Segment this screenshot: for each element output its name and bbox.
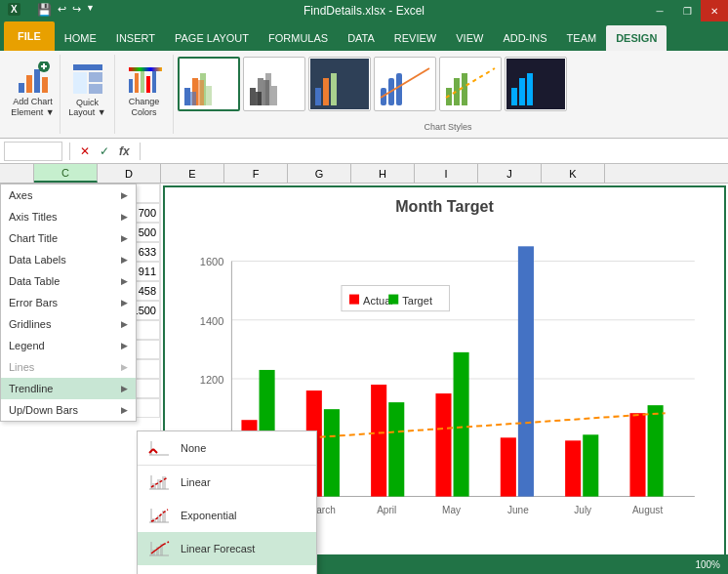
submenu-exponential[interactable]: Exponential [138,499,316,532]
svg-text:July: July [574,505,591,515]
chart-title: Month Target [395,197,494,215]
quick-layout-button[interactable]: QuickLayout ▼ [63,59,112,121]
status-zoom: 100% [695,559,720,570]
chart-title-arrow: ▶ [121,233,128,243]
chart-style-3[interactable] [308,57,371,111]
col-header-d[interactable]: D [98,164,161,183]
tab-review[interactable]: REVIEW [384,25,446,51]
svg-rect-7 [73,64,102,70]
svg-rect-94 [157,515,161,522]
customize-icon[interactable]: ▼ [85,3,96,17]
tab-home[interactable]: HOME [55,25,106,51]
svg-rect-44 [527,73,533,105]
col-header-g[interactable]: G [288,164,351,183]
menu-item-trendline[interactable]: Trendline ▶ [1,378,136,399]
svg-text:April: April [377,505,396,515]
tab-view[interactable]: VIEW [446,25,493,51]
submenu-moving-average[interactable]: Moving Average [138,565,316,574]
cancel-formula-button[interactable]: ✕ [77,144,93,158]
svg-line-36 [381,68,429,98]
menu-item-chart-title[interactable]: Chart Title ▶ [1,227,136,249]
chart-style-6[interactable] [505,57,567,111]
svg-rect-62 [501,437,516,496]
undo-icon[interactable]: ↩ [56,3,68,17]
error-bars-arrow: ▶ [121,298,128,308]
chart-elements-menu: Axes ▶ Axis Titles ▶ Chart Title ▶ Data … [0,184,137,422]
formula-input[interactable] [147,145,724,157]
chart-style-4[interactable] [374,57,436,111]
redo-icon[interactable]: ↪ [70,3,83,17]
svg-rect-66 [629,413,645,496]
data-labels-arrow: ▶ [121,255,128,265]
chart-styles-label: Chart Styles [178,122,718,132]
svg-rect-60 [435,393,451,497]
menu-item-axis-titles[interactable]: Axis Titles ▶ [1,206,136,227]
svg-rect-28 [271,86,277,105]
window-title: FindDetails.xlsx - Excel [303,4,425,18]
none-icon [147,438,171,458]
minimize-button[interactable]: ─ [646,0,673,21]
col-header-j[interactable]: J [478,164,542,183]
menu-item-data-table[interactable]: Data Table ▶ [1,270,136,292]
tab-design[interactable]: DESIGN [606,25,667,51]
ribbon-tabs: FILE HOME INSERT PAGE LAYOUT FORMULAS DA… [0,21,728,51]
submenu-linear-forecast-label: Linear Forecast [181,543,255,554]
svg-rect-15 [152,71,156,93]
svg-text:1400: 1400 [200,315,224,327]
restore-button[interactable]: ❐ [673,0,701,21]
col-header-f[interactable]: F [224,164,288,183]
menu-item-data-labels[interactable]: Data Labels ▶ [1,249,136,270]
menu-item-gridlines[interactable]: Gridlines ▶ [1,313,136,335]
chart-style-1[interactable] [178,57,240,111]
svg-rect-16 [129,67,162,71]
tab-insert[interactable]: INSERT [106,25,165,51]
svg-rect-31 [323,78,329,105]
svg-rect-23 [250,88,256,105]
svg-rect-43 [519,78,525,105]
submenu-none[interactable]: None [138,431,316,465]
col-header-e[interactable]: E [161,164,224,183]
svg-rect-22 [206,86,212,105]
quick-layout-label: QuickLayout ▼ [68,98,105,117]
save-icon[interactable]: 💾 [35,3,54,17]
menu-item-updown-bars[interactable]: Up/Down Bars ▶ [1,399,136,421]
axes-arrow: ▶ [121,190,128,200]
col-header-c[interactable]: C [34,164,98,183]
close-button[interactable]: ✕ [701,0,728,21]
svg-rect-63 [518,246,534,496]
svg-rect-13 [141,69,144,93]
data-table-arrow: ▶ [121,276,128,286]
svg-rect-59 [388,402,404,496]
svg-text:August: August [632,505,663,515]
trendline-submenu: None Linear [137,430,317,574]
submenu-linear[interactable]: Linear [138,466,316,499]
name-box[interactable] [4,142,62,161]
col-header-i[interactable]: I [415,164,478,183]
menu-item-axes[interactable]: Axes ▶ [1,184,136,206]
chart-style-5[interactable] [439,57,502,111]
svg-rect-27 [263,80,269,105]
tab-file[interactable]: FILE [4,21,55,51]
svg-rect-64 [565,440,581,496]
tab-page-layout[interactable]: PAGE LAYOUT [165,25,259,51]
svg-rect-57 [324,409,340,496]
tab-team[interactable]: TEAM [557,25,607,51]
svg-text:May: May [442,505,461,515]
function-button[interactable]: fx [116,144,133,158]
menu-item-legend[interactable]: Legend ▶ [1,335,136,356]
col-header-k[interactable]: K [542,164,605,183]
tab-data[interactable]: DATA [338,25,384,51]
submenu-linear-forecast[interactable]: Linear Forecast [138,532,316,565]
tab-formulas[interactable]: FORMULAS [259,25,338,51]
svg-rect-9 [89,72,102,82]
change-colors-button[interactable]: Change Colors [118,59,171,121]
gridlines-arrow: ▶ [121,319,128,329]
add-chart-element-icon [17,62,50,95]
confirm-formula-button[interactable]: ✓ [97,144,112,158]
col-header-h[interactable]: H [351,164,415,183]
tab-addins[interactable]: ADD-INS [493,25,556,51]
exponential-icon [147,506,171,525]
add-chart-element-button[interactable]: Add ChartElement ▼ [9,59,58,121]
chart-style-2[interactable] [243,57,305,111]
menu-item-error-bars[interactable]: Error Bars ▶ [1,292,136,313]
